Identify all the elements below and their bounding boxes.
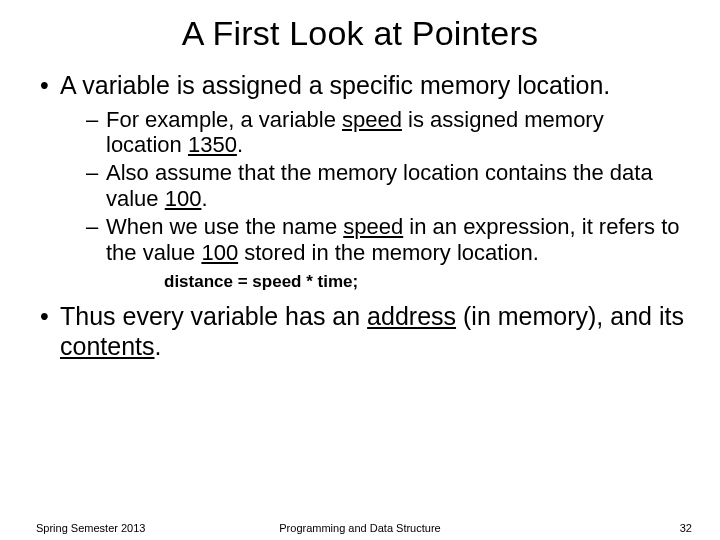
text-fragment: When we use the name: [106, 214, 343, 239]
bullet-item: Thus every variable has an address (in m…: [36, 302, 684, 361]
text-fragment: stored in the memory location.: [238, 240, 539, 265]
bullet-item: A variable is assigned a specific memory…: [36, 71, 684, 292]
text-fragment: Thus every variable has an: [60, 302, 367, 330]
bullet-text: A variable is assigned a specific memory…: [60, 71, 610, 99]
slide: A First Look at Pointers A variable is a…: [0, 14, 720, 540]
slide-body: A variable is assigned a specific memory…: [0, 71, 720, 361]
bullet-list-level1: A variable is assigned a specific memory…: [36, 71, 684, 361]
bullet-list-level2: For example, a variable speed is assigne…: [84, 107, 684, 267]
footer-center: Programming and Data Structure: [0, 522, 720, 534]
text-fragment: For example, a variable: [106, 107, 342, 132]
code-line: distance = speed * time;: [164, 272, 684, 292]
underlined-text: address: [367, 302, 456, 330]
text-fragment: .: [155, 332, 162, 360]
bullet-subitem: For example, a variable speed is assigne…: [84, 107, 684, 159]
underlined-text: 100: [165, 186, 202, 211]
underlined-text: speed: [342, 107, 402, 132]
text-fragment: .: [201, 186, 207, 211]
bullet-subitem: When we use the name speed in an express…: [84, 214, 684, 266]
slide-title: A First Look at Pointers: [0, 14, 720, 53]
bullet-subitem: Also assume that the memory location con…: [84, 160, 684, 212]
underlined-text: 1350: [188, 132, 237, 157]
text-fragment: (in memory), and its: [456, 302, 684, 330]
footer-page-number: 32: [680, 522, 692, 534]
text-fragment: .: [237, 132, 243, 157]
underlined-text: 100: [201, 240, 238, 265]
underlined-text: contents: [60, 332, 155, 360]
underlined-text: speed: [343, 214, 403, 239]
